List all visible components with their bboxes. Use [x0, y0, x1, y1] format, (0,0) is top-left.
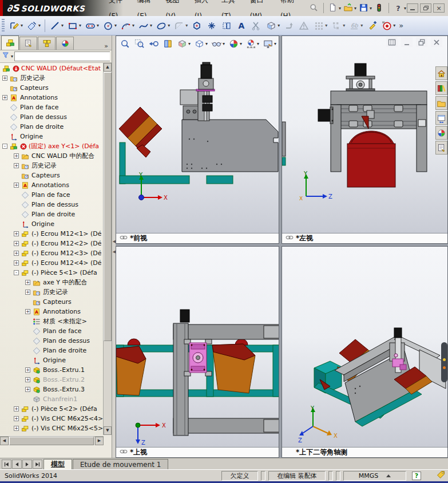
tree-item[interactable]: +Boss.-Extru.3: [0, 385, 104, 394]
displaymanager-tab[interactable]: [56, 37, 74, 50]
new-document-button[interactable]: ▾: [327, 1, 342, 15]
tree-item[interactable]: Plan de dessus: [0, 200, 104, 209]
tree-item[interactable]: Plan de droite: [0, 346, 104, 355]
extruded-boss-button[interactable]: ▾: [264, 18, 282, 34]
minimize-button[interactable]: [407, 3, 418, 13]
side-slider[interactable]: [441, 342, 447, 382]
collapse-icon[interactable]: -: [2, 144, 7, 149]
tree-item[interactable]: Plan de dessus: [0, 112, 104, 122]
toolbar-overflow-button[interactable]: »: [397, 18, 405, 34]
panel-tabs-overflow[interactable]: »: [102, 42, 110, 50]
zoom-to-area-button[interactable]: [132, 37, 146, 50]
filter-funnel-icon[interactable]: [2, 51, 10, 62]
expand-icon[interactable]: +: [25, 280, 30, 285]
spline-button[interactable]: ▾: [136, 18, 154, 34]
viewport-top-canvas[interactable]: X Z: [116, 247, 279, 447]
expand-icon[interactable]: +: [14, 153, 19, 159]
expand-icon[interactable]: +: [14, 163, 19, 168]
scroll-right-icon[interactable]: ▶: [95, 437, 104, 445]
sketch-button[interactable]: ▾: [7, 18, 25, 34]
traffic-light-icon[interactable]: [374, 1, 385, 15]
save-button[interactable]: ▾: [358, 1, 372, 15]
tag-icon[interactable]: [436, 470, 446, 481]
previous-tab-icon[interactable]: [12, 460, 22, 469]
expand-icon[interactable]: +: [2, 76, 7, 81]
close-button[interactable]: ×: [433, 3, 445, 13]
tree-item[interactable]: Plan de dessus: [0, 336, 104, 346]
filter-input[interactable]: [14, 52, 110, 61]
viewport-front-canvas[interactable]: Y X: [116, 36, 279, 233]
previous-view-button[interactable]: [146, 37, 161, 50]
expand-icon[interactable]: +: [14, 231, 19, 236]
viewport-left-canvas[interactable]: Y Z X: [282, 36, 447, 233]
configurationmanager-tab[interactable]: [38, 37, 55, 50]
status-help-icon[interactable]: ?: [412, 472, 421, 480]
viewport-top[interactable]: X Z *上视: [116, 246, 279, 458]
design-library-tab[interactable]: [435, 81, 447, 95]
appearances-scenes-tab[interactable]: [435, 126, 447, 140]
annotation-pen-button[interactable]: [364, 18, 379, 34]
tree-item[interactable]: Capteurs: [0, 83, 104, 93]
custom-properties-tab[interactable]: [435, 141, 447, 155]
hide-show-items-button[interactable]: ▾: [209, 37, 227, 50]
tree-item[interactable]: Plan de droite: [0, 122, 104, 132]
section-view-button[interactable]: [161, 37, 175, 50]
tree-item[interactable]: +AAnnotations: [0, 307, 104, 316]
status-units[interactable]: MMGS: [343, 471, 406, 481]
expand-icon[interactable]: +: [25, 309, 30, 314]
tree-vertical-scrollbar[interactable]: ▲ ▼: [103, 63, 112, 435]
mirror-entities-button[interactable]: [219, 18, 234, 34]
tree-item[interactable]: +Boss.-Extru.1: [0, 365, 104, 375]
units-expander-icon[interactable]: [386, 474, 391, 477]
tree-item[interactable]: +(-) Ecrou M12<1> (Dé: [0, 229, 104, 239]
file-explorer-tab[interactable]: [435, 96, 447, 110]
polygon-button[interactable]: [189, 18, 204, 34]
tree-item[interactable]: +AAnnotations: [0, 180, 104, 190]
tree-item[interactable]: +(-) Pièce 5<2> (Défa: [0, 404, 104, 414]
offset-entities-button[interactable]: ▾: [329, 18, 347, 34]
scroll-down-icon[interactable]: ▼: [104, 426, 112, 435]
tab-model[interactable]: 模型: [43, 459, 72, 469]
collapse-icon[interactable]: -: [14, 270, 19, 275]
help-button[interactable]: ?▾: [393, 1, 407, 15]
expand-icon[interactable]: +: [14, 251, 19, 256]
point-button[interactable]: [204, 18, 219, 34]
expand-icon[interactable]: +: [25, 387, 30, 392]
viewport-layout-icon[interactable]: [386, 37, 398, 47]
viewport-left[interactable]: Y Z X *左视: [282, 35, 448, 244]
view-palette-tab[interactable]: [435, 111, 447, 125]
tab-motion-study[interactable]: Etude de mouvement 1: [73, 459, 168, 469]
edit-appearance-button[interactable]: ▾: [227, 37, 244, 50]
tree-item[interactable]: Plan de droite: [0, 209, 104, 219]
tree-item[interactable]: +(-) Ecrou M12<2> (Dé: [0, 239, 104, 248]
record-macro-button[interactable]: ▾: [379, 18, 397, 34]
next-tab-icon[interactable]: [22, 460, 32, 469]
viewport-isometric[interactable]: Y X Z *上下二等角轴测: [282, 246, 448, 458]
tree-item[interactable]: +(-) Vis CHC M6x25<5>: [0, 423, 104, 433]
expand-icon[interactable]: +: [14, 183, 19, 188]
tree-item[interactable]: +(-) Vis CHC M6x25<4>: [0, 414, 104, 423]
tree-item[interactable]: CNC WALID (Défaut<Etat: [0, 64, 104, 73]
expand-icon[interactable]: +: [2, 95, 7, 100]
tree-item[interactable]: Plan de face: [0, 190, 104, 200]
open-document-button[interactable]: ▾: [343, 1, 357, 15]
circle-button[interactable]: ▾: [101, 18, 118, 34]
tree-horizontal-scrollbar[interactable]: ◀ ▶: [0, 436, 104, 445]
solidworks-resources-tab[interactable]: [435, 66, 447, 80]
restore-button[interactable]: [420, 3, 431, 13]
apply-scene-button[interactable]: ▾: [244, 37, 261, 50]
document-restore-icon[interactable]: [416, 37, 427, 47]
tree-item[interactable]: Capteurs: [0, 171, 104, 180]
zoom-to-fit-button[interactable]: [118, 37, 132, 50]
ellipse-button[interactable]: ▾: [154, 18, 172, 34]
viewport-front[interactable]: Y X *前视: [116, 35, 279, 244]
tree-item[interactable]: +历史记录: [0, 161, 104, 171]
tree-item[interactable]: +axe Y 中的配合: [0, 278, 104, 287]
toolbar-grip[interactable]: [2, 19, 5, 33]
horizontal-scroll-thumb[interactable]: [9, 437, 94, 445]
tree-item[interactable]: Capteurs: [0, 297, 104, 307]
scroll-up-icon[interactable]: ▲: [104, 63, 112, 72]
search-icon[interactable]: [308, 1, 320, 15]
expand-icon[interactable]: +: [25, 377, 30, 382]
tree-item[interactable]: Plan de face: [0, 326, 104, 336]
